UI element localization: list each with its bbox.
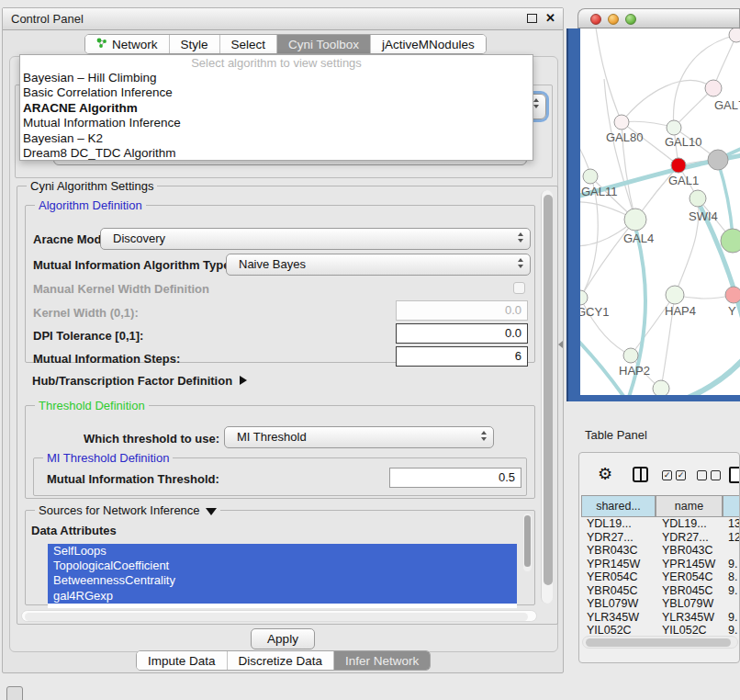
table-row[interactable]: YLR345WYLR345W9. bbox=[581, 611, 740, 625]
table-row[interactable]: YDR27...YDR27...12 bbox=[581, 531, 740, 545]
apply-button[interactable]: Apply bbox=[251, 628, 315, 649]
tab-infer-network[interactable]: Infer Network bbox=[334, 651, 430, 670]
attribute-item[interactable]: BetweennessCentrality bbox=[48, 573, 517, 588]
node-label: Y bbox=[728, 304, 736, 318]
network-canvas[interactable]: GAL7GAL80GAL10GAL1GAL11SWI4GAL4GCY1HAP4Y… bbox=[580, 28, 740, 395]
table-cell: YLR345W bbox=[587, 611, 639, 625]
network-icon bbox=[96, 38, 107, 51]
mi-threshold-group-title: MI Threshold Definition bbox=[43, 451, 173, 465]
close-traffic-light-icon[interactable] bbox=[590, 14, 601, 25]
mi-type-label: Mutual Information Algorithm Type: bbox=[33, 258, 234, 272]
tab-jactivemnodules[interactable]: jActiveMNodules bbox=[371, 35, 486, 53]
aracne-mode-combobox[interactable]: Discovery bbox=[100, 228, 531, 250]
close-icon[interactable]: ✕ bbox=[545, 11, 555, 25]
sources-group-title[interactable]: Sources for Network Inference bbox=[35, 503, 220, 517]
table-cell: 8. bbox=[728, 570, 737, 584]
tab-discretize-data[interactable]: Discretize Data bbox=[228, 651, 335, 670]
table-cell: YBR045C bbox=[587, 584, 638, 598]
node-GAL4[interactable] bbox=[624, 209, 646, 231]
table-row[interactable]: YBL079WYBL079W bbox=[581, 597, 740, 611]
manual-kernel-width-checkbox[interactable] bbox=[513, 282, 525, 294]
node-GAL80[interactable] bbox=[614, 115, 629, 130]
node-partial-bottom[interactable] bbox=[653, 380, 669, 395]
mi-type-combobox[interactable]: Naive Bayes bbox=[226, 254, 531, 276]
node-gray[interactable] bbox=[708, 150, 728, 170]
network-window-titlebar[interactable] bbox=[577, 8, 740, 28]
algorithm-definition-title: Algorithm Definition bbox=[35, 198, 146, 212]
tab-select[interactable]: Select bbox=[220, 35, 278, 53]
network-edge[interactable] bbox=[622, 121, 674, 128]
node-GAL1[interactable] bbox=[671, 158, 686, 173]
node-label: HAP2 bbox=[619, 364, 650, 378]
algorithm-option[interactable]: Bayesian – Hill Climbing bbox=[20, 71, 533, 85]
mi-steps-field[interactable]: 6 bbox=[396, 346, 528, 367]
minimized-panel-icon[interactable] bbox=[6, 686, 23, 700]
node-SWI4[interactable] bbox=[690, 190, 706, 207]
split-view-icon[interactable] bbox=[633, 467, 648, 482]
table-row[interactable]: YBR043CYBR043C bbox=[581, 544, 740, 558]
table-row[interactable]: YPR145WYPR145W9. bbox=[581, 558, 740, 571]
attributes-scrollbar[interactable] bbox=[523, 514, 532, 571]
node-pink[interactable] bbox=[725, 287, 740, 303]
network-edge[interactable] bbox=[595, 28, 622, 122]
function-builder-icon[interactable] bbox=[729, 467, 740, 483]
which-threshold-combobox[interactable]: MI Threshold bbox=[224, 426, 494, 448]
table-row[interactable]: YDL19...YDL19...13 bbox=[581, 517, 740, 531]
column-header[interactable] bbox=[723, 495, 740, 517]
attribute-item[interactable]: gal4RGexp bbox=[48, 589, 517, 604]
combo-stepper-icon bbox=[518, 258, 523, 268]
node-HAP4[interactable] bbox=[666, 286, 684, 304]
algorithm-option[interactable]: Dream8 DC_TDC Algorithm bbox=[20, 146, 533, 161]
node-HAP2[interactable] bbox=[623, 348, 638, 363]
dpi-tolerance-field[interactable]: 0.0 bbox=[396, 323, 528, 344]
column-header[interactable]: name bbox=[656, 495, 723, 517]
panel-splitter-handle[interactable] bbox=[558, 341, 563, 348]
combo-stepper-icon bbox=[533, 98, 539, 108]
attribute-item[interactable]: TopologicalCoefficient bbox=[48, 559, 517, 573]
kernel-width-field[interactable]: 0.0 bbox=[396, 300, 528, 321]
screen: Control Panel ✕ Network Style Select Cyn… bbox=[0, 0, 740, 700]
select-all-icon[interactable]: ✓ bbox=[676, 470, 686, 480]
table-cell: YBR043C bbox=[662, 544, 713, 558]
tab-network[interactable]: Network bbox=[85, 35, 170, 53]
algorithm-option[interactable]: Mutual Information Inference bbox=[20, 116, 533, 130]
node-green[interactable] bbox=[721, 229, 740, 253]
select-all-icon[interactable]: ✓ bbox=[662, 470, 672, 480]
tab-cyni-toolbox[interactable]: Cyni Toolbox bbox=[277, 35, 371, 53]
algorithm-option[interactable]: ARACNE Algorithm bbox=[20, 101, 533, 116]
node-GAL7[interactable] bbox=[705, 80, 722, 96]
table-panel: ⚙ ✓ ✓ shared...name YDL19...YDL19...13YD… bbox=[578, 452, 740, 663]
settings-horizontal-scrollbar[interactable] bbox=[21, 610, 537, 622]
table-row[interactable]: YER054CYER054C8. bbox=[581, 570, 740, 584]
tab-impute-data[interactable]: Impute Data bbox=[137, 651, 228, 670]
network-edge[interactable] bbox=[700, 205, 740, 343]
mi-threshold-label: Mutual Information Threshold: bbox=[47, 472, 219, 486]
deselect-all-icon[interactable] bbox=[711, 470, 721, 480]
table-horizontal-scrollbar[interactable] bbox=[582, 636, 738, 649]
mi-threshold-field[interactable]: 0.5 bbox=[389, 468, 521, 488]
node-partial-top[interactable] bbox=[729, 28, 740, 42]
combo-stepper-icon bbox=[518, 232, 523, 243]
algorithm-option[interactable]: Bayesian – K2 bbox=[20, 131, 533, 146]
data-attributes-list[interactable]: SelfLoopsTopologicalCoefficientBetweenne… bbox=[48, 544, 517, 608]
collapsed-arrow-icon bbox=[240, 376, 247, 385]
table-row[interactable]: YBR045CYBR045C9. bbox=[581, 584, 740, 598]
node-GCY1[interactable] bbox=[580, 290, 588, 305]
gear-icon[interactable]: ⚙ bbox=[598, 466, 612, 482]
node-GAL10[interactable] bbox=[667, 120, 681, 135]
attribute-item[interactable]: SelfLoops bbox=[48, 544, 517, 559]
column-header[interactable]: shared... bbox=[581, 495, 656, 517]
minimize-traffic-light-icon[interactable] bbox=[608, 14, 619, 25]
table-cell: 9. bbox=[728, 611, 737, 625]
settings-vertical-scrollbar[interactable] bbox=[541, 190, 553, 604]
table-cell: 9. bbox=[728, 558, 737, 571]
table-cell: 13 bbox=[728, 517, 740, 531]
float-window-icon[interactable] bbox=[527, 14, 537, 23]
node-GAL11[interactable] bbox=[583, 169, 598, 184]
hub-definition-toggle[interactable]: Hub/Transcription Factor Definition bbox=[32, 374, 247, 388]
deselect-all-icon[interactable] bbox=[697, 470, 707, 480]
tab-style[interactable]: Style bbox=[170, 35, 220, 53]
zoom-traffic-light-icon[interactable] bbox=[625, 14, 636, 25]
algorithm-popup-items: Bayesian – Hill ClimbingBasic Correlatio… bbox=[20, 71, 533, 161]
algorithm-option[interactable]: Basic Correlation Inference bbox=[20, 85, 533, 100]
